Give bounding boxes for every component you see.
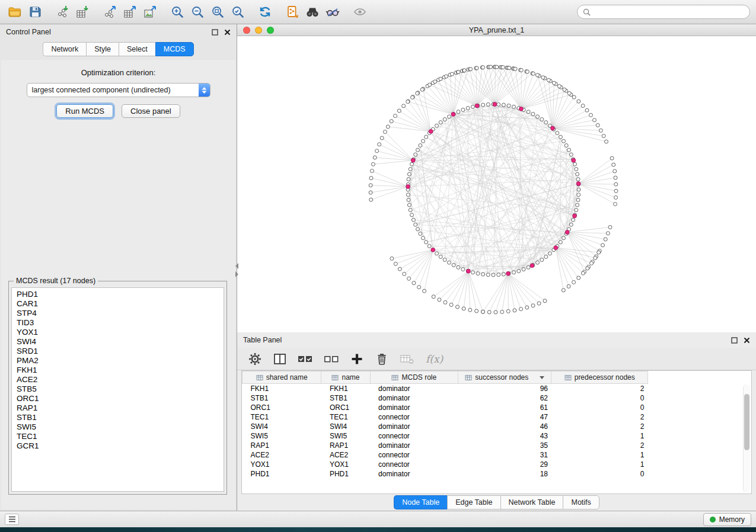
- column-header-predecessor-nodes[interactable]: predecessor nodes: [551, 371, 648, 384]
- memory-button[interactable]: Memory: [703, 513, 751, 526]
- close-window-icon[interactable]: [243, 27, 250, 34]
- export-network-button[interactable]: [101, 3, 119, 21]
- export-table-icon: [123, 5, 137, 19]
- float-panel-icon[interactable]: [212, 29, 218, 36]
- mcds-result-node[interactable]: GCR1: [17, 441, 224, 451]
- mcds-result-node[interactable]: STB1: [17, 413, 224, 422]
- column-header-name[interactable]: name: [321, 371, 370, 384]
- column-header-mcds-role[interactable]: MCDS role: [370, 371, 458, 384]
- hide-eye-button[interactable]: [351, 3, 369, 21]
- control-panel-title: Control Panel: [6, 28, 51, 36]
- add-row-icon[interactable]: [350, 352, 364, 366]
- criterion-selected-value: largest connected component (undirected): [27, 86, 199, 94]
- tab-motifs[interactable]: Motifs: [563, 495, 599, 509]
- save-session-button[interactable]: [26, 3, 44, 21]
- column-header-successor-nodes[interactable]: successor nodes: [458, 371, 551, 384]
- tab-mcds[interactable]: MCDS: [155, 42, 194, 56]
- mcds-result-node[interactable]: SWI4: [17, 337, 224, 347]
- mcds-result-node[interactable]: PHD1: [17, 290, 224, 299]
- mcds-result-node[interactable]: TID3: [17, 318, 224, 328]
- zoom-fit-button[interactable]: [209, 3, 227, 21]
- zoom-out-icon: [190, 5, 205, 19]
- network-canvas[interactable]: [237, 36, 755, 332]
- zoom-in-icon: [170, 5, 184, 19]
- mcds-result-node[interactable]: YOX1: [17, 328, 224, 337]
- split-panel-icon[interactable]: [273, 352, 287, 366]
- clone-network-button[interactable]: [283, 3, 301, 21]
- mcds-result-list[interactable]: PHD1CAR1STP4TID3YOX1SWI4SRD1PMA2FKH1ACE2…: [11, 287, 224, 492]
- mcds-result-node[interactable]: FKH1: [17, 366, 224, 375]
- sort-caret-icon: [540, 376, 544, 379]
- export-table-button[interactable]: [121, 3, 139, 21]
- run-mcds-button[interactable]: Run MCDS: [56, 104, 113, 118]
- mcds-result-node[interactable]: CAR1: [17, 299, 224, 309]
- tab-network-table[interactable]: Network Table: [500, 495, 563, 509]
- table-toolbar: f(x): [237, 348, 756, 370]
- mcds-result-node[interactable]: TEC1: [17, 432, 224, 441]
- tab-edge-table[interactable]: Edge Table: [447, 495, 500, 509]
- search-input[interactable]: [594, 8, 744, 16]
- tab-select[interactable]: Select: [119, 42, 155, 56]
- search-box[interactable]: [577, 5, 750, 19]
- mcds-result-node[interactable]: PMA2: [17, 356, 224, 366]
- zoom-out-button[interactable]: [189, 3, 206, 21]
- mcds-result-node[interactable]: SRD1: [17, 347, 224, 356]
- column-header-shared-name[interactable]: shared name: [243, 371, 321, 384]
- table-row[interactable]: SWI4 SWI4 dominator 46 2: [243, 422, 648, 431]
- import-table-button[interactable]: [74, 3, 91, 21]
- float-table-panel-icon[interactable]: [731, 337, 738, 344]
- refresh-button[interactable]: [256, 3, 274, 21]
- maximize-window-icon[interactable]: [267, 27, 274, 34]
- cytoscape-app: Control Panel Network Style Select MCDS …: [0, 0, 756, 527]
- table-row[interactable]: SWI5 SWI5 connector 43 1: [243, 431, 648, 441]
- zoom-selected-button[interactable]: [229, 3, 247, 21]
- find-button[interactable]: [304, 3, 321, 21]
- zoom-fit-icon: [210, 5, 225, 19]
- table-scrollbar-thumb[interactable]: [744, 394, 749, 450]
- table-row[interactable]: TEC1 TEC1 connector 47 2: [243, 412, 648, 422]
- hide-eye-icon: [353, 5, 367, 19]
- optimization-criterion-label: Optimization criterion:: [1, 68, 235, 77]
- table-row[interactable]: STB1 STB1 dominator 62 0: [243, 393, 648, 403]
- table-row[interactable]: PHD1 PHD1 dominator 18 0: [243, 469, 648, 479]
- export-image-button[interactable]: [141, 3, 159, 21]
- save-session-icon: [28, 5, 42, 19]
- clone-network-icon: [285, 5, 299, 19]
- close-table-panel-icon[interactable]: [744, 337, 750, 344]
- minimize-window-icon[interactable]: [255, 27, 262, 34]
- mcds-result-node[interactable]: RAP1: [17, 403, 224, 413]
- criterion-select[interactable]: largest connected component (undirected): [27, 83, 210, 97]
- tab-network[interactable]: Network: [43, 42, 86, 56]
- tab-style[interactable]: Style: [86, 42, 119, 56]
- network-window-title: YPA_prune.txt_1: [469, 26, 525, 34]
- close-panel-icon[interactable]: [224, 29, 231, 36]
- open-file-button[interactable]: [6, 3, 24, 21]
- tab-node-table[interactable]: Node Table: [394, 495, 447, 509]
- close-panel-button[interactable]: Close panel: [122, 104, 180, 118]
- mcds-result-node[interactable]: SWI5: [17, 422, 224, 432]
- table-scrollbar[interactable]: [743, 384, 750, 492]
- zoom-in-button[interactable]: [168, 3, 186, 21]
- table-row[interactable]: ORC1 ORC1 dominator 61 0: [243, 403, 648, 412]
- select-all-icon[interactable]: [298, 352, 313, 366]
- delete-row-icon[interactable]: [375, 352, 389, 366]
- unselect-all-icon[interactable]: [324, 352, 339, 366]
- mcds-result-node[interactable]: STP4: [17, 309, 224, 318]
- function-builder-icon: f(x): [426, 353, 443, 365]
- mcds-result-node[interactable]: ORC1: [17, 394, 224, 403]
- mcds-result-node[interactable]: ACE2: [17, 375, 224, 384]
- table-row[interactable]: FKH1 FKH1 dominator 96 2: [243, 384, 648, 393]
- import-network-button[interactable]: [53, 3, 71, 21]
- table-row[interactable]: RAP1 RAP1 dominator 35 2: [243, 441, 648, 450]
- settings-gear-icon[interactable]: [248, 352, 262, 366]
- mcds-result-node[interactable]: STB5: [17, 384, 224, 394]
- table-row[interactable]: YOX1 YOX1 connector 29 1: [243, 460, 648, 469]
- control-panel-tabs: Network Style Select MCDS: [0, 42, 237, 56]
- table-row[interactable]: ACE2 ACE2 connector 31 1: [243, 450, 648, 460]
- panel-splitter[interactable]: [234, 261, 240, 279]
- export-network-icon: [103, 5, 117, 19]
- mcds-result-title: MCDS result (17 nodes): [14, 277, 98, 285]
- status-menu-button[interactable]: [5, 514, 19, 525]
- node-table-area: shared name name MCDS role successor nod…: [241, 370, 752, 494]
- graphics-details-button[interactable]: [324, 3, 342, 21]
